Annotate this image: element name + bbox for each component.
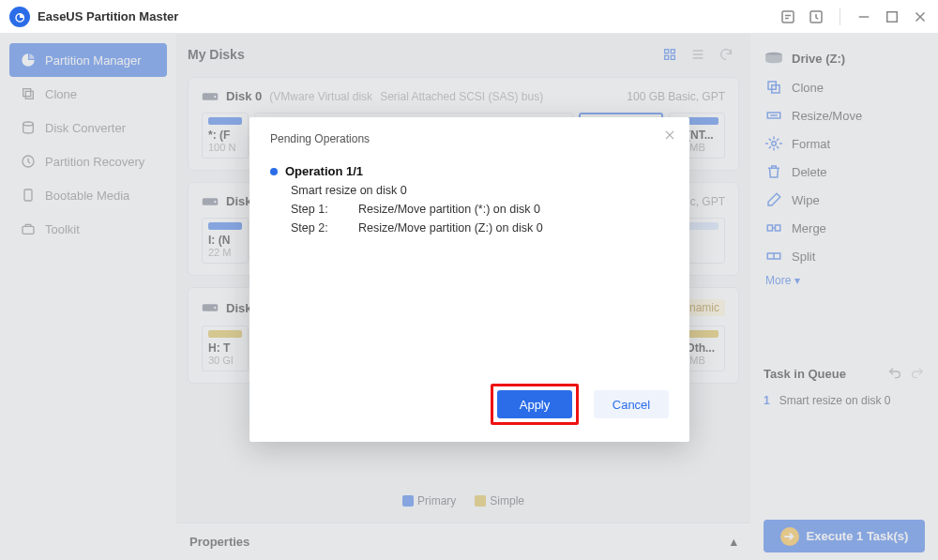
- bullet-icon: [270, 168, 278, 175]
- app-icon: ◔: [9, 7, 30, 27]
- operation-name: Smart resize on disk 0: [291, 184, 407, 197]
- operation-summary: Smart resize on disk 0: [291, 184, 669, 197]
- close-icon[interactable]: [663, 129, 676, 142]
- window-controls: [779, 8, 929, 25]
- updates-icon[interactable]: [808, 8, 825, 25]
- operation-heading: Operation 1/1: [270, 164, 669, 178]
- close-icon[interactable]: [912, 8, 929, 25]
- separator: [840, 8, 840, 25]
- operation-step-2: Step 2: Resize/Move partition (Z:) on di…: [291, 221, 669, 235]
- step-label: Step 2:: [291, 221, 338, 235]
- titlebar: ◔ EaseUS Partition Master: [0, 0, 938, 34]
- step-desc: Resize/Move partition (Z:) on disk 0: [358, 221, 543, 235]
- step-label: Step 1:: [291, 203, 338, 216]
- operation-title: Operation 1/1: [285, 164, 363, 178]
- feedback-icon[interactable]: [779, 8, 796, 25]
- apply-highlight: Apply: [491, 384, 579, 425]
- pending-operations-dialog: Pending Operations Operation 1/1 Smart r…: [250, 117, 689, 442]
- operation-step-1: Step 1: Resize/Move partition (*:) on di…: [291, 203, 669, 216]
- minimize-icon[interactable]: [855, 8, 872, 25]
- apply-button[interactable]: Apply: [497, 390, 572, 418]
- step-desc: Resize/Move partition (*:) on disk 0: [358, 203, 540, 216]
- svg-rect-0: [782, 11, 794, 23]
- cancel-button[interactable]: Cancel: [594, 390, 669, 418]
- dialog-title: Pending Operations: [270, 132, 669, 145]
- svg-rect-2: [887, 11, 898, 22]
- maximize-icon[interactable]: [884, 8, 900, 25]
- app-title: EaseUS Partition Master: [38, 9, 178, 23]
